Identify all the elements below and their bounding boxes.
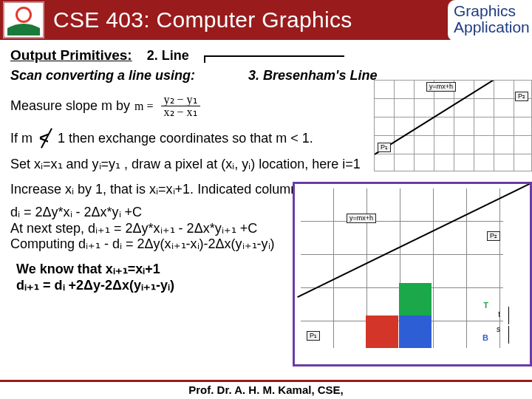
fig2-t-mark: t — [498, 310, 500, 318]
not-less-icon — [37, 129, 53, 148]
fig2-bracket-s — [503, 326, 509, 344]
fig2-B-label: B — [482, 333, 488, 342]
figure-2-grid: y=mx+h P₂ P₁ T B t s — [293, 182, 532, 366]
fig2-bottom-cell — [399, 316, 432, 348]
institution-logo — [3, 1, 44, 38]
slope-num: y₂ − y₁ — [161, 94, 200, 106]
fig2-p1-label: P₁ — [307, 331, 320, 341]
page-title: CSE 403: Computer Graphics — [53, 7, 352, 33]
figure-1-grid: P₁ y=mx+h P₂ — [374, 80, 532, 171]
fig1-p1-label: P₁ — [378, 143, 391, 152]
scan-label: Scan converting a line using: — [10, 68, 195, 83]
callout-line-1: Graphics — [454, 3, 529, 19]
method-name: 3. Bresenham's Line — [248, 68, 377, 83]
slope-formula: m = y₂ − y₁ x₂ − x₁ — [130, 94, 200, 118]
fig2-grid — [301, 188, 503, 348]
fig1-line — [374, 80, 531, 159]
title-bar: CSE 403: Computer Graphics Graphics Appl… — [0, 0, 532, 40]
cond-pre: If m — [10, 131, 33, 146]
heading-row: Output Primitives: 2. Line — [10, 47, 522, 64]
fig1-eq-label: y=mx+h — [426, 82, 456, 92]
slope-label: Measure slope m by — [10, 98, 130, 114]
slope-den: x₂ − x₁ — [161, 106, 200, 118]
bracket-decoration — [204, 55, 344, 63]
topic-callout: Graphics Application — [448, 0, 532, 41]
cond-post: 1 then exchange coordinates so that m < … — [58, 131, 313, 146]
fig2-T-label: T — [483, 301, 488, 310]
fig2-s-mark: s — [497, 325, 500, 333]
fig2-eq-label: y=mx+h — [347, 214, 376, 223]
fig2-start-cell — [366, 316, 398, 348]
fig2-top-cell — [399, 283, 432, 316]
fig1-p2-label: P₂ — [515, 92, 528, 101]
slope-eq: m = — [134, 100, 157, 112]
footer-author: Prof. Dr. A. H. M. Kamal, CSE, — [0, 380, 532, 399]
fig2-p2-label: P₂ — [487, 231, 500, 241]
callout-line-2: Application — [454, 19, 529, 35]
subheading-line: 2. Line — [147, 48, 189, 64]
svg-point-2 — [18, 9, 30, 21]
fig2-bracket-t — [503, 307, 509, 324]
section-heading: Output Primitives: — [10, 47, 132, 64]
